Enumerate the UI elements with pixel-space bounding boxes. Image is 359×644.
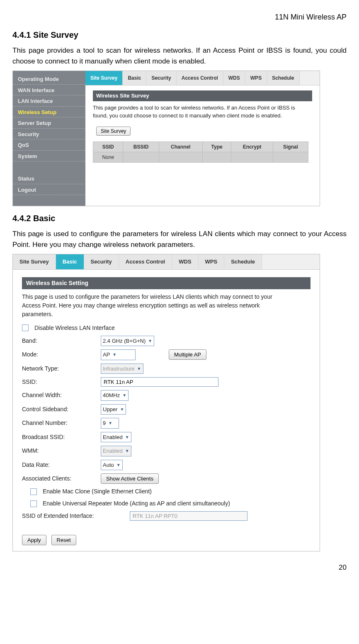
- cell-encrypt: [231, 152, 273, 162]
- page-number: 20: [12, 562, 347, 573]
- tabbar-2: Site Survey Basic Security Access Contro…: [13, 254, 320, 270]
- multiple-ap-button[interactable]: Multiple AP: [169, 349, 206, 360]
- doc-header-title: 11N Mini Wireless AP: [12, 12, 347, 23]
- chevron-down-icon: ▼: [120, 406, 124, 412]
- sideband-select[interactable]: Upper ▼: [101, 404, 126, 415]
- band-select[interactable]: 2.4 GHz (B+G+N) ▼: [101, 336, 154, 346]
- cell-type: [202, 152, 231, 162]
- chnum-select[interactable]: 9 ▼: [101, 418, 119, 429]
- col-channel: Channel: [159, 141, 202, 152]
- bcast-value: Enabled: [103, 433, 123, 442]
- datarate-label: Data Rate:: [22, 461, 101, 469]
- col-type: Type: [202, 141, 231, 152]
- cell-signal: [273, 152, 308, 162]
- section-442-heading: 4.4.2 Basic: [12, 212, 347, 224]
- site-survey-screenshot: Operating Mode WAN Interface LAN Interfa…: [12, 71, 320, 206]
- datarate-select[interactable]: Auto ▼: [101, 460, 123, 471]
- extssid-label: SSID of Extended Interface:: [22, 512, 130, 520]
- bcast-select[interactable]: Enabled ▼: [101, 432, 131, 443]
- tab2-wds[interactable]: WDS: [172, 254, 198, 269]
- tab-site-survey[interactable]: Site Survey: [85, 71, 123, 85]
- disable-wlan-label: Disable Wireless LAN Interface: [34, 324, 115, 332]
- apply-button[interactable]: Apply: [22, 535, 46, 545]
- chnum-label: Channel Number:: [22, 419, 101, 427]
- tab-schedule[interactable]: Schedule: [267, 71, 299, 85]
- nav-server-setup[interactable]: Server Setup: [13, 117, 85, 129]
- disable-wlan-checkbox[interactable]: [22, 324, 29, 331]
- section-442-text: This page is used to configure the param…: [12, 229, 347, 250]
- chevron-down-icon: ▼: [116, 462, 121, 468]
- site-survey-button[interactable]: Site Survey: [96, 127, 131, 136]
- chevron-down-icon: ▼: [137, 366, 141, 372]
- tab2-security[interactable]: Security: [84, 254, 119, 269]
- nav-system[interactable]: System: [13, 151, 85, 162]
- col-signal: Signal: [273, 141, 308, 152]
- universal-repeater-label: Enable Universal Repeater Mode (Acting a…: [43, 499, 230, 508]
- nav-wireless-setup[interactable]: Wireless Setup: [13, 107, 85, 118]
- chevron-down-icon: ▼: [112, 351, 116, 358]
- survey-table: SSID BSSID Channel Type Encrypt Signal N…: [93, 141, 308, 163]
- table-row: None: [93, 152, 308, 162]
- ssid-input[interactable]: [101, 377, 218, 387]
- datarate-value: Auto: [103, 461, 114, 469]
- panel2-title: Wireless Basic Setting: [22, 277, 310, 289]
- nettype-value: Infrastructure: [103, 365, 135, 373]
- band-value: 2.4 GHz (B+G+N): [103, 337, 146, 345]
- sideband-value: Upper: [103, 405, 117, 414]
- nav-logout[interactable]: Logout: [13, 184, 85, 195]
- cell-channel: [159, 152, 202, 162]
- wmm-label: WMM:: [22, 446, 101, 455]
- sideband-label: Control Sideband:: [22, 405, 101, 414]
- chevron-down-icon: ▼: [108, 420, 112, 426]
- col-bssid: BSSID: [123, 141, 159, 152]
- tab-wps[interactable]: WPS: [245, 71, 267, 85]
- table-header-row: SSID BSSID Channel Type Encrypt Signal: [93, 141, 308, 152]
- nettype-label: Network Type:: [22, 364, 101, 373]
- nav-status[interactable]: Status: [13, 173, 85, 184]
- assoc-label: Associated Clients:: [22, 474, 101, 483]
- tab2-site-survey[interactable]: Site Survey: [13, 254, 56, 269]
- bcast-label: Broadcast SSID:: [22, 433, 101, 442]
- panel1-title: Wireless Site Survey: [93, 90, 312, 101]
- chwidth-label: Channel Width:: [22, 391, 101, 400]
- chwidth-select[interactable]: 40MHz ▼: [101, 390, 129, 401]
- mac-clone-checkbox[interactable]: [30, 488, 37, 495]
- wmm-select: Enabled ▼: [101, 446, 131, 456]
- basic-setting-screenshot: Site Survey Basic Security Access Contro…: [12, 254, 320, 551]
- tab-access-control[interactable]: Access Control: [177, 71, 223, 85]
- show-active-clients-button[interactable]: Show Active Clients: [101, 473, 159, 484]
- nav-sidebar: Operating Mode WAN Interface LAN Interfa…: [13, 71, 85, 206]
- tab-basic[interactable]: Basic: [123, 71, 146, 85]
- chwidth-value: 40MHz: [103, 391, 120, 400]
- nav-operating-mode[interactable]: Operating Mode: [13, 73, 85, 85]
- nav-qos[interactable]: QoS: [13, 139, 85, 151]
- band-label: Band:: [22, 337, 101, 345]
- chevron-down-icon: ▼: [125, 448, 129, 454]
- col-encrypt: Encrypt: [231, 141, 273, 152]
- tab2-wps[interactable]: WPS: [199, 254, 225, 269]
- universal-repeater-checkbox[interactable]: [30, 500, 37, 507]
- mode-label: Mode:: [22, 350, 101, 359]
- nav-security[interactable]: Security: [13, 129, 85, 140]
- tab2-access-control[interactable]: Access Control: [119, 254, 172, 269]
- nettype-select: Infrastructure ▼: [101, 363, 143, 374]
- tab-wds[interactable]: WDS: [223, 71, 245, 85]
- chevron-down-icon: ▼: [125, 434, 129, 440]
- row-mac-clone: Enable Mac Clone (Single Ethernet Client…: [22, 487, 310, 496]
- col-ssid: SSID: [93, 141, 123, 152]
- section-441-text: This page provides a tool to scan for wi…: [12, 45, 347, 66]
- chevron-down-icon: ▼: [122, 392, 126, 398]
- nav-wan-interface[interactable]: WAN Interface: [13, 85, 85, 96]
- tab2-schedule[interactable]: Schedule: [224, 254, 262, 269]
- mode-select[interactable]: AP ▼: [101, 349, 136, 360]
- cell-ssid: None: [93, 152, 123, 162]
- chnum-value: 9: [103, 419, 106, 427]
- tab2-basic[interactable]: Basic: [56, 254, 84, 269]
- row-universal-repeater: Enable Universal Repeater Mode (Acting a…: [22, 499, 310, 508]
- ssid-label: SSID:: [22, 378, 101, 386]
- tab-security[interactable]: Security: [146, 71, 176, 85]
- nav-lan-interface[interactable]: LAN Interface: [13, 95, 85, 107]
- main-panel-1: Site Survey Basic Security Access Contro…: [85, 71, 320, 206]
- row-disable-wlan: Disable Wireless LAN Interface: [22, 324, 310, 332]
- reset-button[interactable]: Reset: [51, 535, 76, 545]
